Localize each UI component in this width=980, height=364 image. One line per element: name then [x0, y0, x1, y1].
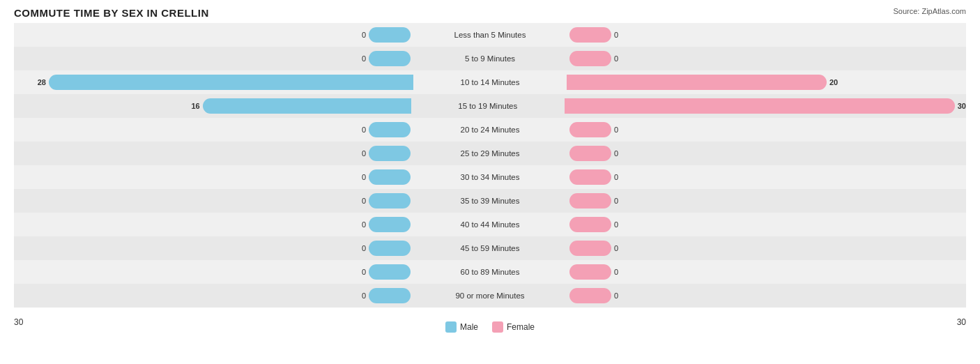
male-bar	[369, 169, 411, 185]
female-bar	[569, 264, 611, 280]
female-value: 0	[614, 54, 618, 63]
female-bar	[569, 169, 611, 185]
legend-female: Female	[492, 321, 535, 333]
female-value: 30	[958, 102, 966, 110]
female-value: 0	[614, 173, 618, 181]
bar-row: 030 to 34 Minutes0	[14, 165, 966, 189]
chart-area: 0Less than 5 Minutes005 to 9 Minutes0281…	[14, 23, 966, 316]
row-label: 90 or more Minutes	[413, 291, 567, 300]
female-bar	[569, 51, 611, 66]
bar-row: 020 to 24 Minutes0	[14, 118, 966, 142]
row-label: 60 to 89 Minutes	[413, 268, 567, 276]
male-value: 0	[362, 220, 366, 229]
male-bar	[369, 193, 411, 208]
female-value: 0	[614, 149, 618, 158]
male-bar	[369, 217, 411, 232]
female-bar	[567, 75, 827, 90]
male-value: 0	[362, 244, 366, 252]
row-label: Less than 5 Minutes	[413, 31, 567, 39]
male-bar	[369, 51, 411, 66]
male-bar	[369, 27, 411, 43]
bar-row: 060 to 89 Minutes0	[14, 260, 966, 284]
bottom-right-label: 30	[957, 317, 966, 333]
bar-row: 1615 to 19 Minutes30	[14, 94, 966, 118]
row-label: 30 to 34 Minutes	[413, 173, 567, 181]
male-value: 0	[362, 268, 366, 276]
legend-male-box	[445, 321, 457, 333]
legend-male-label: Male	[460, 322, 478, 332]
female-value: 0	[614, 220, 618, 229]
source-text: Source: ZipAtlas.com	[893, 7, 966, 15]
male-bar	[369, 288, 411, 303]
female-bar	[569, 288, 611, 303]
male-value: 0	[362, 31, 366, 39]
chart-title: COMMUTE TIME BY SEX IN CRELLIN	[14, 7, 209, 19]
legend: Male Female	[445, 321, 535, 333]
row-label: 40 to 44 Minutes	[413, 220, 567, 229]
female-bar	[569, 27, 611, 43]
female-bar	[569, 193, 611, 208]
female-value: 0	[614, 31, 618, 39]
male-bar	[369, 264, 411, 280]
bottom-labels: 30 Male Female 30	[14, 317, 966, 333]
male-value: 0	[362, 126, 366, 134]
male-value: 28	[38, 78, 46, 86]
legend-female-label: Female	[507, 322, 535, 332]
bar-row: 05 to 9 Minutes0	[14, 47, 966, 70]
male-value: 0	[362, 54, 366, 63]
row-label: 20 to 24 Minutes	[413, 126, 567, 134]
male-bar	[369, 122, 411, 137]
bar-row: 090 or more Minutes0	[14, 284, 966, 308]
male-bar	[49, 75, 413, 90]
bottom-left-label: 30	[14, 317, 23, 333]
male-value: 0	[362, 197, 366, 205]
chart-container: COMMUTE TIME BY SEX IN CRELLIN Source: Z…	[0, 0, 980, 364]
bar-row: 045 to 59 Minutes0	[14, 236, 966, 260]
female-bar	[565, 98, 955, 114]
legend-female-box	[492, 321, 503, 333]
female-bar	[569, 122, 611, 137]
female-value: 20	[829, 78, 838, 86]
bar-row: 040 to 44 Minutes0	[14, 213, 966, 236]
male-value: 16	[192, 102, 200, 110]
male-value: 0	[362, 149, 366, 158]
female-value: 0	[614, 268, 618, 276]
female-value: 0	[614, 197, 618, 205]
row-label: 35 to 39 Minutes	[413, 197, 567, 205]
female-value: 0	[614, 244, 618, 252]
female-bar	[569, 146, 611, 161]
male-value: 0	[362, 173, 366, 181]
female-value: 0	[614, 126, 618, 134]
male-value: 0	[362, 291, 366, 300]
bar-row: 035 to 39 Minutes0	[14, 189, 966, 213]
bar-row: 025 to 29 Minutes0	[14, 142, 966, 165]
row-label: 15 to 19 Minutes	[411, 102, 565, 110]
row-label: 5 to 9 Minutes	[413, 54, 567, 63]
female-bar	[569, 217, 611, 232]
male-bar	[203, 98, 411, 114]
female-bar	[569, 241, 611, 256]
male-bar	[369, 146, 411, 161]
row-label: 45 to 59 Minutes	[413, 244, 567, 252]
male-bar	[369, 241, 411, 256]
row-label: 25 to 29 Minutes	[413, 149, 567, 158]
bar-row: 2810 to 14 Minutes20	[14, 70, 966, 94]
title-row: COMMUTE TIME BY SEX IN CRELLIN Source: Z…	[14, 7, 966, 19]
female-value: 0	[614, 291, 618, 300]
legend-male: Male	[445, 321, 478, 333]
bar-row: 0Less than 5 Minutes0	[14, 23, 966, 47]
row-label: 10 to 14 Minutes	[413, 78, 567, 86]
